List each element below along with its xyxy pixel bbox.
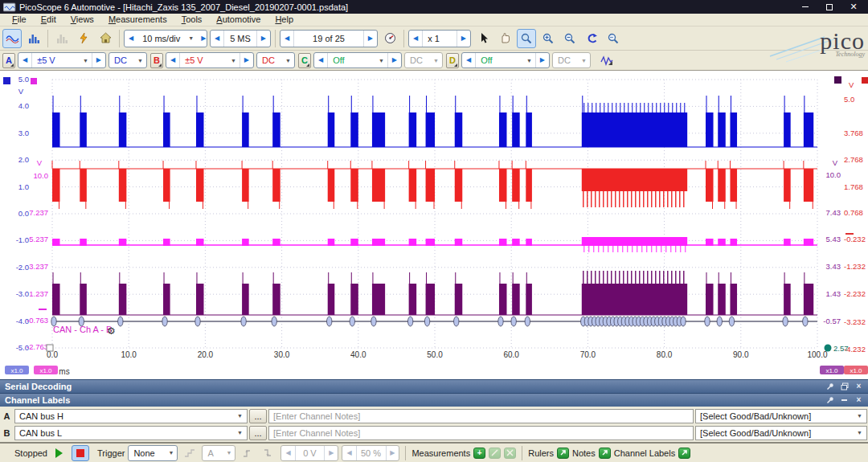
- pretrigger-up-icon[interactable]: ▶: [386, 450, 399, 456]
- channel-labels-button[interactable]: [678, 448, 690, 459]
- range-next-icon[interactable]: ▶: [92, 57, 105, 63]
- samples-select[interactable]: ◀ 5 MS ▶: [210, 30, 271, 47]
- channel-c-coupling-select[interactable]: DC ▼: [404, 52, 443, 68]
- auto-setup-button[interactable]: [74, 29, 93, 48]
- menu-automotive[interactable]: Automotive: [209, 14, 268, 26]
- channel-a-range-select[interactable]: ◀ ±5 V ▼ ▶: [18, 52, 106, 68]
- chevron-down-icon[interactable]: ▼: [237, 413, 243, 419]
- channel-a-coupling-select[interactable]: DC ▼: [108, 52, 147, 68]
- range-next-icon[interactable]: ▶: [388, 57, 401, 63]
- chevron-down-icon[interactable]: ▼: [134, 58, 146, 63]
- rulers-button[interactable]: [557, 448, 569, 459]
- chevron-down-icon[interactable]: ▼: [223, 450, 235, 456]
- timebase-prev-icon[interactable]: ◀: [125, 35, 137, 42]
- channel-b-coupling-select[interactable]: DC ▼: [256, 52, 295, 68]
- range-prev-icon[interactable]: ◀: [462, 57, 475, 63]
- more-options-button[interactable]: ...: [249, 409, 267, 423]
- channel-b-button[interactable]: B: [150, 53, 163, 68]
- more-options-button[interactable]: ...: [249, 426, 267, 440]
- level-down-icon[interactable]: ◀: [281, 450, 294, 456]
- zoom-factor-input[interactable]: ◀ x 1 ▶: [408, 30, 471, 47]
- trigger-source-select[interactable]: A ▼: [202, 445, 235, 461]
- zoom-next-icon[interactable]: ▶: [457, 35, 470, 42]
- channel-notes-input[interactable]: [Enter Channel Notes]: [268, 409, 694, 423]
- chevron-down-icon[interactable]: ▼: [282, 58, 294, 63]
- channel-c-button[interactable]: C: [298, 53, 311, 68]
- rating-select[interactable]: [Select Good/Bad/Unknown] ▼: [695, 409, 867, 423]
- trigger-level-input[interactable]: ◀ 0 V ▶: [280, 445, 338, 461]
- channel-a-button[interactable]: A: [2, 53, 15, 68]
- menu-edit[interactable]: Edit: [34, 14, 63, 26]
- chevron-down-icon[interactable]: ▼: [523, 58, 535, 63]
- falling-edge-button[interactable]: [260, 445, 277, 461]
- spectrum-view-button[interactable]: [24, 29, 43, 48]
- range-prev-icon[interactable]: ◀: [18, 57, 31, 63]
- channel-name-select[interactable]: CAN bus L ▼: [14, 426, 248, 440]
- range-next-icon[interactable]: ▶: [240, 57, 253, 63]
- chevron-down-icon[interactable]: ▼: [375, 58, 387, 63]
- undo-zoom-button[interactable]: [582, 29, 601, 48]
- chevron-down-icon[interactable]: ▼: [165, 450, 177, 456]
- channel-d-button[interactable]: D: [446, 53, 459, 68]
- samples-prev-icon[interactable]: ◀: [211, 35, 223, 42]
- maximize-button[interactable]: [823, 2, 836, 12]
- chevron-down-icon[interactable]: ▼: [430, 58, 442, 63]
- range-prev-icon[interactable]: ◀: [166, 57, 179, 63]
- chevron-down-icon[interactable]: ▼: [185, 35, 197, 41]
- zoom-prev-icon[interactable]: ◀: [409, 35, 422, 42]
- chevron-down-icon[interactable]: ▼: [80, 58, 92, 63]
- pin-icon[interactable]: [825, 396, 834, 405]
- home-button[interactable]: [96, 29, 115, 48]
- waveform-plot[interactable]: 5.04.03.02.01.00.0-1.0-2.0-3.0-4.0-5.0V1…: [0, 71, 868, 379]
- channel-d-coupling-select[interactable]: DC ▼: [552, 52, 591, 68]
- normal-selection-tool[interactable]: [473, 29, 493, 48]
- chevron-down-icon[interactable]: ▼: [857, 413, 862, 419]
- minimize-panel-icon[interactable]: [840, 396, 849, 405]
- buffer-navigator[interactable]: ◀ 19 of 25 ▶: [280, 30, 378, 47]
- range-next-icon[interactable]: ▶: [536, 57, 549, 63]
- notes-button[interactable]: [599, 448, 611, 459]
- channel-name-select[interactable]: CAN bus H ▼: [14, 409, 248, 423]
- advanced-trigger-button[interactable]: [181, 445, 199, 461]
- hand-tool[interactable]: [495, 29, 514, 48]
- minimize-button[interactable]: [799, 2, 812, 12]
- zoom-full-button[interactable]: [604, 29, 623, 48]
- zoom-tool[interactable]: [517, 29, 536, 48]
- samples-next-icon[interactable]: ▶: [257, 35, 270, 42]
- scope-view-button[interactable]: [2, 29, 22, 48]
- rising-edge-button[interactable]: [239, 445, 256, 461]
- pretrigger-input[interactable]: ◀ 50 % ▶: [342, 445, 399, 461]
- start-capture-button[interactable]: [51, 445, 68, 461]
- close-panel-icon[interactable]: ×: [854, 382, 863, 391]
- buffer-prev-icon[interactable]: ◀: [280, 35, 293, 42]
- zoom-out-tool[interactable]: [560, 29, 579, 48]
- close-panel-icon[interactable]: ×: [854, 396, 863, 405]
- delete-measurement-button[interactable]: [504, 448, 516, 459]
- pretrigger-down-icon[interactable]: ◀: [342, 450, 355, 456]
- persistence-view-button[interactable]: [52, 29, 72, 48]
- channel-d-range-select[interactable]: ◀ Off ▼ ▶: [461, 52, 550, 68]
- timebase-next-icon[interactable]: ▶: [197, 35, 207, 42]
- buffer-next-icon[interactable]: ▶: [364, 35, 377, 42]
- close-button[interactable]: ✕: [847, 2, 860, 12]
- buffer-overview-button[interactable]: [380, 29, 399, 48]
- menu-measurements[interactable]: Measurements: [101, 14, 174, 26]
- float-window-icon[interactable]: [840, 382, 849, 391]
- channel-b-range-select[interactable]: ◀ ±5 V ▼ ▶: [166, 52, 254, 68]
- menu-tools[interactable]: Tools: [174, 14, 210, 26]
- channel-notes-input[interactable]: [Enter Channel Notes]: [268, 426, 694, 440]
- menu-file[interactable]: File: [5, 14, 34, 26]
- menu-views[interactable]: Views: [63, 14, 101, 26]
- stop-capture-button[interactable]: [72, 445, 89, 461]
- pin-icon[interactable]: [825, 382, 834, 391]
- chevron-down-icon[interactable]: ▼: [857, 430, 862, 435]
- menu-help[interactable]: Help: [268, 14, 301, 26]
- add-measurement-button[interactable]: +: [473, 448, 485, 459]
- channel-c-range-select[interactable]: ◀ Off ▼ ▶: [313, 52, 402, 68]
- rating-select[interactable]: [Select Good/Bad/Unknown] ▼: [695, 426, 867, 440]
- edit-measurement-button[interactable]: [489, 448, 501, 459]
- chevron-down-icon[interactable]: ▼: [227, 58, 240, 63]
- range-prev-icon[interactable]: ◀: [314, 57, 327, 63]
- trigger-mode-select[interactable]: None ▼: [128, 445, 178, 461]
- chevron-down-icon[interactable]: ▼: [578, 58, 590, 63]
